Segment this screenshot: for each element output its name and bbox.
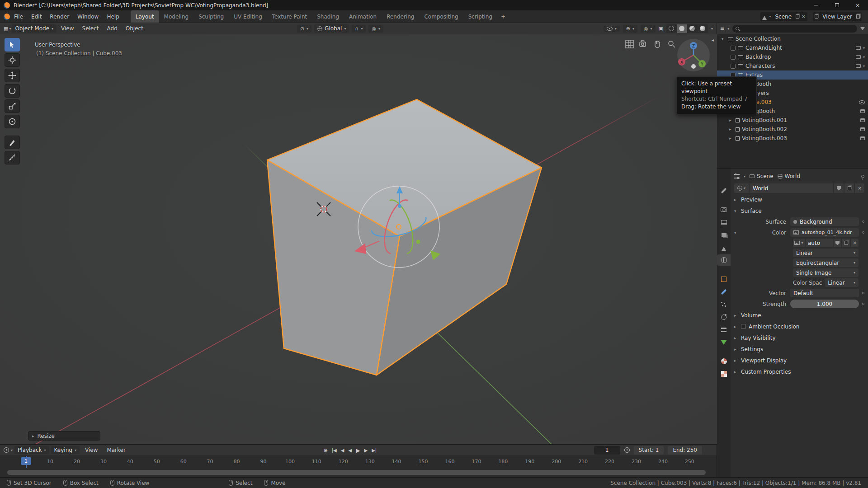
outliner-row-scene-collection[interactable]: ▾ Scene Collection	[717, 34, 868, 43]
browse-world-button[interactable]: ▾	[734, 183, 749, 193]
add-workspace-button[interactable]: +	[497, 10, 509, 23]
collection-checkbox[interactable]	[731, 55, 736, 60]
workspace-tab-compositing[interactable]: Compositing	[419, 10, 463, 23]
browse-image-button[interactable]: ▾	[793, 239, 805, 247]
workspace-tab-rendering[interactable]: Rendering	[382, 10, 419, 23]
menu-file[interactable]: File	[10, 14, 27, 20]
world-name-field[interactable]: World	[750, 183, 833, 193]
vector-menu[interactable]: Default	[790, 289, 859, 297]
menu-edit[interactable]: Edit	[27, 14, 46, 20]
menu-render[interactable]: Render	[46, 14, 73, 20]
restrict-viewport-icon[interactable]	[856, 46, 861, 50]
tab-object[interactable]	[717, 273, 731, 285]
proportional-editing-dropdown[interactable]: ◎▾	[368, 25, 383, 33]
tool-transform[interactable]	[5, 115, 20, 128]
shading-solid-button[interactable]	[677, 24, 687, 33]
viewport-menu-select[interactable]: Select	[79, 25, 103, 32]
keying-menu[interactable]: Keying▾	[51, 446, 80, 454]
workspace-tab-modeling[interactable]: Modeling	[159, 10, 194, 23]
image-name-field[interactable]: auto	[806, 239, 833, 247]
tab-output[interactable]	[717, 216, 731, 228]
interpolation-dropdown[interactable]: Linear	[793, 249, 859, 257]
shading-rendered-button[interactable]	[698, 24, 708, 33]
hide-eye-icon[interactable]	[859, 100, 865, 104]
menu-window[interactable]: Window	[73, 14, 103, 20]
maximize-button[interactable]	[826, 0, 847, 10]
tool-move[interactable]	[5, 69, 20, 82]
scrollbar-thumb[interactable]	[7, 470, 706, 475]
navigation-gizmo[interactable]: Z X Y	[677, 39, 710, 71]
viewport-3d[interactable]: ▦ ▾ Object Mode▾ View Select Add Object …	[0, 23, 717, 444]
tool-select-box[interactable]	[5, 38, 20, 52]
tool-annotate[interactable]	[5, 136, 20, 149]
tab-view-layer[interactable]	[717, 229, 731, 240]
jump-to-start-button[interactable]: |◀	[332, 448, 337, 453]
viewport-canvas[interactable]: Z X Y	[0, 34, 717, 444]
outliner-row-votingbooth-2[interactable]: ▸ VotingBooth.002	[717, 125, 868, 134]
prev-keyframe-button[interactable]: ◀	[341, 448, 344, 453]
projection-dropdown[interactable]: Equirectangular	[793, 258, 859, 267]
scene-name[interactable]: Scene	[773, 14, 793, 20]
panel-volume[interactable]: Volume	[734, 310, 864, 320]
restrict-viewport-icon[interactable]	[856, 64, 861, 68]
new-world-button[interactable]	[844, 183, 854, 193]
shading-material-button[interactable]	[687, 24, 698, 33]
decorator-dot[interactable]	[862, 221, 864, 223]
tab-object-data[interactable]	[717, 337, 731, 348]
operator-panel-resize[interactable]: Resize	[28, 431, 100, 441]
workspace-tab-shading[interactable]: Shading	[312, 10, 344, 23]
tab-particles[interactable]	[717, 299, 731, 310]
timeline-menu-marker[interactable]: Marker	[103, 447, 129, 453]
unlink-image-button[interactable]: ×	[851, 239, 859, 247]
frame-start-field[interactable]: Start: 1	[634, 446, 664, 455]
workspace-tab-sculpting[interactable]: Sculpting	[193, 10, 229, 23]
minimize-button[interactable]	[806, 0, 826, 10]
editor-type-timeline-icon[interactable]	[4, 447, 9, 453]
viewport-menu-view[interactable]: View	[57, 25, 77, 32]
workspace-tab-texture-paint[interactable]: Texture Paint	[267, 10, 312, 23]
axis-negz-ball[interactable]	[691, 64, 696, 69]
blender-menu-icon[interactable]	[4, 14, 10, 20]
current-frame-field[interactable]: 1	[594, 446, 620, 455]
decorator-dot[interactable]	[862, 303, 864, 305]
tab-physics[interactable]	[717, 311, 731, 323]
snapping-dropdown[interactable]: ∩▾	[352, 25, 366, 33]
restrict-render-icon[interactable]	[860, 118, 865, 122]
expand-icon[interactable]: ▾	[734, 230, 740, 235]
breadcrumb-scene[interactable]: Scene	[750, 173, 774, 179]
orientation-dropdown[interactable]: Global▾	[314, 24, 349, 33]
sidebar-toggle-icon[interactable]: ◂	[712, 38, 714, 42]
playhead-label[interactable]: 1	[21, 457, 31, 465]
unlink-world-button[interactable]: ×	[855, 183, 864, 193]
decorator-dot[interactable]	[862, 292, 864, 294]
collection-checkbox[interactable]	[731, 64, 736, 69]
tool-scale[interactable]	[5, 99, 20, 113]
jump-to-end-button[interactable]: ▶|	[372, 448, 377, 453]
next-keyframe-button[interactable]: ▶	[364, 448, 368, 453]
timeline-menu-view[interactable]: View	[81, 447, 101, 453]
outliner-row-camandlight[interactable]: CamAndLight ▾	[717, 43, 868, 52]
restrict-viewport-icon[interactable]	[856, 55, 861, 59]
restrict-render-icon[interactable]	[860, 136, 865, 140]
workspace-tab-uv-editing[interactable]: UV Editing	[229, 10, 267, 23]
tab-modifiers[interactable]	[717, 286, 731, 297]
color-space-dropdown[interactable]: Linear	[825, 278, 859, 287]
tool-rotate[interactable]	[5, 84, 20, 98]
menu-help[interactable]: Help	[103, 14, 123, 20]
play-reverse-button[interactable]: ◀	[349, 448, 352, 453]
surface-menu[interactable]: Background	[790, 217, 859, 226]
outliner-row-votingbooth-1[interactable]: ▸ VotingBooth.001	[717, 116, 868, 125]
breadcrumb-world[interactable]: World	[778, 173, 800, 179]
strength-field[interactable]: 1.000	[790, 300, 859, 308]
tab-world[interactable]	[717, 254, 731, 266]
restrict-render-icon[interactable]	[860, 109, 865, 113]
timeline-clock-icon[interactable]	[624, 447, 630, 453]
panel-settings[interactable]: Settings	[734, 344, 864, 354]
mode-dropdown[interactable]: Object Mode▾	[12, 24, 57, 33]
frame-end-field[interactable]: End: 250	[668, 446, 702, 455]
expand-icon[interactable]: ▸	[729, 127, 733, 131]
tab-constraints[interactable]	[717, 324, 731, 335]
outliner-search-input[interactable]	[732, 25, 857, 33]
decorator-dot[interactable]	[862, 231, 864, 234]
play-button[interactable]: ▶	[356, 447, 360, 454]
